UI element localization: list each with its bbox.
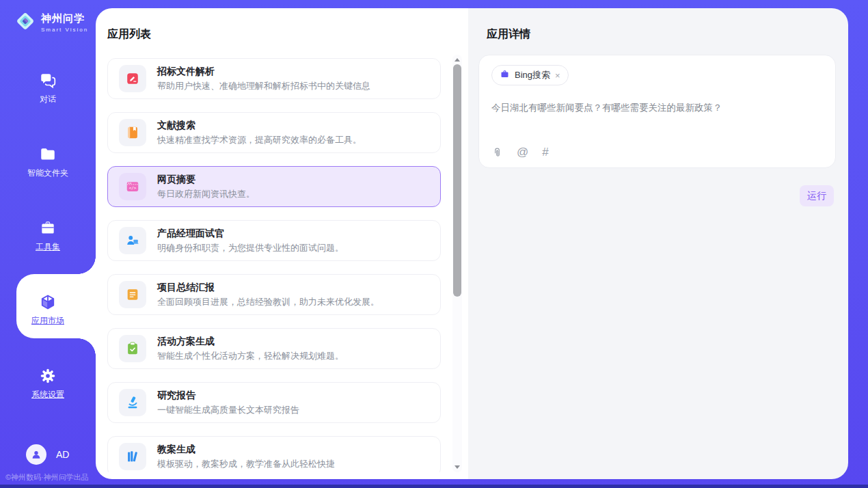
cube-icon bbox=[39, 293, 57, 312]
app-card-title: 网页摘要 bbox=[157, 173, 255, 186]
toolbox-icon bbox=[39, 219, 57, 238]
interviewer-icon bbox=[125, 233, 140, 248]
prompt-composer[interactable]: Bing搜索 × 今日湖北有哪些新闻要点？有哪些需要关注的最新政策？ @ # bbox=[478, 55, 836, 168]
app-card-literature-search[interactable]: 文献搜索 快速精准查找学术资源，提高研究效率的必备工具。 bbox=[107, 112, 441, 153]
app-card-research-report[interactable]: 研究报告 一键智能生成高质量长文本研究报告 bbox=[107, 382, 441, 423]
app-card-lesson-plan[interactable]: 教案生成 模板驱动，教案秒成，教学准备从此轻松快捷 bbox=[107, 436, 441, 472]
app-icon-container bbox=[119, 443, 146, 470]
app-card-text: 文献搜索 快速精准查找学术资源，提高研究效率的必备工具。 bbox=[157, 119, 362, 146]
app-card-title: 招标文件解析 bbox=[157, 65, 370, 78]
app-card-description: 模板驱动，教案秒成，教学准备从此轻松快捷 bbox=[157, 458, 335, 470]
sidebar-nav: 对话 智能文件夹 工具集 应用市场 系统设置 bbox=[0, 71, 96, 440]
app-card-description: 帮助用户快速、准确地理解和解析招标书中的关键信息 bbox=[157, 80, 370, 92]
document-edit-icon bbox=[125, 71, 140, 86]
app-icon-container bbox=[119, 281, 146, 308]
tool-chip-label: Bing搜索 bbox=[515, 69, 550, 81]
brand-subtitle: Smart Vision bbox=[41, 27, 88, 33]
app-card-title: 研究报告 bbox=[157, 389, 299, 402]
app-card-text: 产品经理面试官 明确身份和职责，为您提供专业性的面试问题。 bbox=[157, 227, 344, 254]
app-icon-container bbox=[119, 65, 146, 92]
app-card-project-summary[interactable]: 项目总结汇报 全面回顾项目进展，总结经验教训，助力未来优化发展。 bbox=[107, 274, 441, 315]
app-card-webpage-summary[interactable]: </> 网页摘要 每日政府新闻资讯快查。 bbox=[107, 166, 441, 207]
app-detail-panel: 应用详情 Bing搜索 × 今日湖北有哪些新闻要点？有哪些需要关注的最新政策？ … bbox=[468, 8, 848, 479]
app-icon-container bbox=[119, 335, 146, 362]
books-icon bbox=[125, 449, 140, 464]
paperclip-icon[interactable] bbox=[491, 147, 503, 159]
brand-name: 神州问学 bbox=[41, 12, 88, 25]
run-button[interactable]: 运行 bbox=[800, 185, 834, 206]
sidebar-item-label: 智能文件夹 bbox=[27, 167, 68, 179]
tool-chip-bing-search[interactable]: Bing搜索 × bbox=[491, 65, 569, 85]
app-card-title: 文献搜索 bbox=[157, 119, 362, 132]
bottom-accent-bar bbox=[0, 485, 868, 488]
scroll-up-icon[interactable] bbox=[455, 58, 460, 62]
microscope-icon bbox=[125, 395, 140, 410]
query-text[interactable]: 今日湖北有哪些新闻要点？有哪些需要关注的最新政策？ bbox=[491, 102, 823, 114]
gear-icon bbox=[39, 366, 57, 385]
app-icon-container bbox=[119, 227, 146, 254]
app-card-title: 项目总结汇报 bbox=[157, 281, 379, 294]
folder-icon bbox=[39, 145, 57, 164]
app-list-title: 应用列表 bbox=[107, 27, 151, 42]
app-card-title: 产品经理面试官 bbox=[157, 227, 344, 240]
app-card-title: 教案生成 bbox=[157, 443, 335, 456]
app-card-bid-doc-parse[interactable]: 招标文件解析 帮助用户快速、准确地理解和解析招标书中的关键信息 bbox=[107, 58, 441, 99]
app-card-description: 全面回顾项目进展，总结经验教训，助力未来优化发展。 bbox=[157, 296, 379, 308]
sidebar-item-toolset[interactable]: 工具集 bbox=[0, 219, 96, 257]
app-card-event-plan[interactable]: 活动方案生成 智能生成个性化活动方案，轻松解决规划难题。 bbox=[107, 328, 441, 369]
memo-icon bbox=[125, 287, 140, 302]
composer-toolbar: @ # bbox=[491, 146, 549, 159]
user-avatar-icon bbox=[26, 444, 46, 465]
sidebar: 神州问学 Smart Vision 对话 智能文件夹 工具集 应用市场 系统设置 bbox=[0, 0, 96, 488]
chip-close-icon[interactable]: × bbox=[555, 71, 560, 80]
app-detail-title: 应用详情 bbox=[487, 27, 530, 42]
list-scrollbar[interactable] bbox=[452, 55, 462, 472]
chat-icon bbox=[39, 71, 57, 90]
copyright-footer: ©神州数码·神州问学出品 bbox=[5, 472, 96, 483]
app-list-panel: 应用列表 招标文件解析 帮助用户快速、准确地理解和解析招标书中的关键信息 文献搜… bbox=[96, 8, 468, 479]
app-card-title: 活动方案生成 bbox=[157, 335, 344, 348]
app-card-description: 明确身份和职责，为您提供专业性的面试问题。 bbox=[157, 242, 344, 254]
sidebar-item-system-settings[interactable]: 系统设置 bbox=[0, 366, 96, 405]
diamond-logo-icon bbox=[15, 11, 36, 34]
main-content: 应用列表 招标文件解析 帮助用户快速、准确地理解和解析招标书中的关键信息 文献搜… bbox=[96, 8, 848, 479]
briefcase-icon bbox=[500, 69, 510, 82]
app-card-description: 一键智能生成高质量长文本研究报告 bbox=[157, 404, 299, 416]
scroll-down-icon[interactable] bbox=[455, 465, 460, 469]
app-card-text: 教案生成 模板驱动，教案秒成，教学准备从此轻松快捷 bbox=[157, 443, 335, 470]
app-card-pm-interviewer[interactable]: 产品经理面试官 明确身份和职责，为您提供专业性的面试问题。 bbox=[107, 220, 441, 261]
brand-logo: 神州问学 Smart Vision bbox=[15, 11, 88, 34]
app-card-text: 项目总结汇报 全面回顾项目进展，总结经验教训，助力未来优化发展。 bbox=[157, 281, 379, 308]
sidebar-item-smart-folder[interactable]: 智能文件夹 bbox=[0, 145, 96, 183]
app-list: 招标文件解析 帮助用户快速、准确地理解和解析招标书中的关键信息 文献搜索 快速精… bbox=[107, 58, 441, 472]
app-card-description: 每日政府新闻资讯快查。 bbox=[157, 188, 255, 200]
user-row[interactable]: AD bbox=[26, 444, 69, 465]
sidebar-item-label: 对话 bbox=[40, 94, 56, 105]
webpage-code-icon: </> bbox=[125, 179, 140, 194]
scrollbar-thumb[interactable] bbox=[453, 64, 461, 297]
app-card-description: 智能生成个性化活动方案，轻松解决规划难题。 bbox=[157, 350, 344, 362]
sidebar-item-app-market[interactable]: 应用市场 bbox=[0, 293, 96, 331]
app-card-text: 招标文件解析 帮助用户快速、准确地理解和解析招标书中的关键信息 bbox=[157, 65, 370, 92]
app-icon-container: </> bbox=[119, 173, 146, 200]
app-card-description: 快速精准查找学术资源，提高研究效率的必备工具。 bbox=[157, 134, 362, 146]
app-icon-container bbox=[119, 389, 146, 416]
sidebar-item-label: 系统设置 bbox=[31, 389, 64, 401]
svg-text:</>: </> bbox=[129, 185, 137, 190]
clipboard-check-icon bbox=[125, 341, 140, 356]
app-card-text: 活动方案生成 智能生成个性化活动方案，轻松解决规划难题。 bbox=[157, 335, 344, 362]
app-card-text: 网页摘要 每日政府新闻资讯快查。 bbox=[157, 173, 255, 200]
at-icon[interactable]: @ bbox=[517, 146, 528, 159]
sidebar-item-label: 工具集 bbox=[36, 241, 60, 253]
hash-icon[interactable]: # bbox=[542, 146, 548, 159]
sidebar-item-chat[interactable]: 对话 bbox=[0, 71, 96, 109]
user-initials: AD bbox=[56, 449, 69, 460]
sidebar-item-label: 应用市场 bbox=[31, 315, 64, 327]
app-card-text: 研究报告 一键智能生成高质量长文本研究报告 bbox=[157, 389, 299, 416]
app-icon-container bbox=[119, 119, 146, 146]
book-icon bbox=[125, 125, 140, 140]
